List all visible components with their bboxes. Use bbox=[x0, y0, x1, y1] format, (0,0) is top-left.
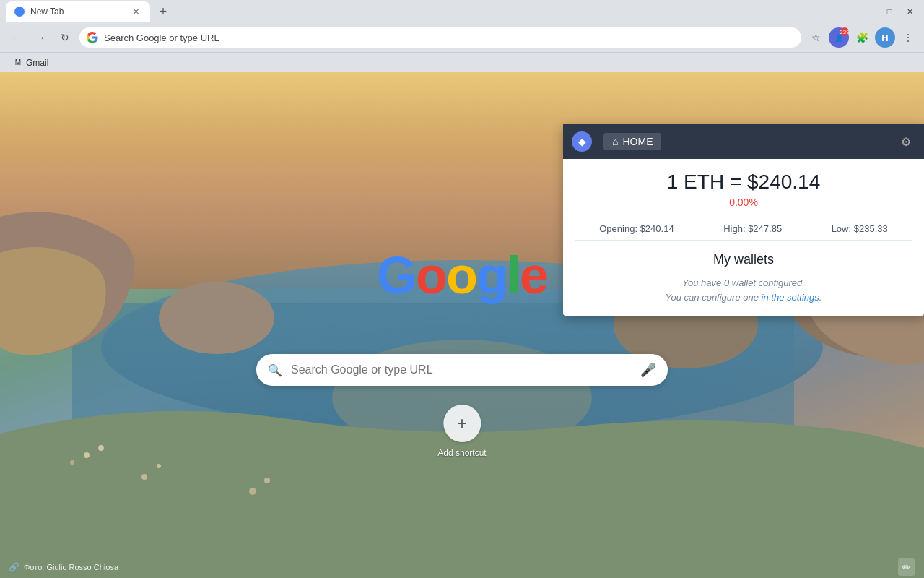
svg-point-3 bbox=[159, 282, 274, 354]
title-bar: New Tab ✕ + ─ □ ✕ bbox=[0, 0, 924, 23]
eth-wallets-period: . bbox=[819, 292, 822, 303]
eth-settings-button[interactable]: ⚙ bbox=[897, 131, 915, 153]
ethereum-logo: ◆ bbox=[572, 131, 592, 152]
google-letter-g: G bbox=[377, 246, 416, 304]
gmail-favicon: M bbox=[13, 58, 23, 68]
eth-low-value: $235.33 bbox=[854, 223, 888, 234]
eth-home-label: HOME bbox=[622, 136, 653, 147]
svg-point-12 bbox=[264, 478, 270, 483]
eth-low-label: Low: bbox=[832, 223, 851, 234]
eth-low-stat: Low: $235.33 bbox=[832, 223, 888, 234]
badge-count: 239 bbox=[840, 27, 849, 36]
back-button[interactable]: ← bbox=[6, 27, 26, 48]
window-controls: ─ □ ✕ bbox=[860, 4, 918, 19]
search-bar[interactable]: 🔍 🎤 bbox=[256, 354, 668, 386]
profile-avatar-button[interactable]: H bbox=[875, 27, 895, 48]
address-bar[interactable]: Search Google or type URL bbox=[79, 27, 801, 48]
close-button[interactable]: ✕ bbox=[901, 4, 918, 19]
google-letter-o2: o bbox=[446, 246, 476, 304]
google-logo-icon bbox=[87, 32, 98, 43]
add-shortcut-circle: + bbox=[443, 405, 481, 442]
eth-high-label: High: bbox=[723, 223, 745, 234]
eth-extension-popup: ◆ ⌂ HOME ⚙ 1 ETH = $240.14 0.00% Opening… bbox=[563, 124, 924, 316]
bookmark-gmail-label: Gmail bbox=[26, 58, 48, 68]
bottom-bar: 🔗 Фото: Giulio Rosso Chiosa ✏ bbox=[0, 556, 924, 578]
add-shortcut-label: Add shortcut bbox=[437, 448, 486, 458]
tab-close-button[interactable]: ✕ bbox=[130, 6, 141, 17]
search-container: 🔍 🎤 bbox=[256, 354, 668, 386]
photo-credit-text: Фото: Giulio Rosso Chiosa bbox=[24, 563, 118, 571]
bookmarks-bar: M Gmail bbox=[0, 52, 924, 72]
eth-popup-body: 1 ETH = $240.14 0.00% Opening: $240.14 H… bbox=[563, 159, 924, 316]
eth-high-stat: High: $247.85 bbox=[723, 223, 782, 234]
search-icon: 🔍 bbox=[268, 363, 282, 377]
eth-wallets-section: My wallets You have 0 wallet configured.… bbox=[575, 252, 912, 304]
shortcuts-area: + Add shortcut bbox=[437, 405, 486, 458]
bookmark-star-button[interactable]: ☆ bbox=[806, 27, 826, 48]
customize-button[interactable]: ✏ bbox=[898, 558, 915, 576]
browser-toolbar: ← → ↻ Search Google or type URL ☆ 👤 239 … bbox=[0, 23, 924, 52]
svg-point-8 bbox=[70, 460, 74, 465]
search-input[interactable] bbox=[291, 363, 632, 376]
eth-high-value: $247.85 bbox=[748, 223, 782, 234]
eth-price-change: 0.00% bbox=[575, 197, 912, 208]
eth-wallets-msg-1: You have 0 wallet configured. bbox=[682, 277, 805, 288]
reload-button[interactable]: ↻ bbox=[55, 27, 75, 48]
eth-settings-link[interactable]: in the settings bbox=[762, 292, 819, 303]
svg-point-11 bbox=[249, 488, 256, 495]
maximize-button[interactable]: □ bbox=[881, 4, 898, 19]
bookmark-gmail[interactable]: M Gmail bbox=[7, 56, 54, 69]
google-letter-l: l bbox=[507, 246, 520, 304]
svg-point-7 bbox=[98, 445, 104, 451]
eth-popup-header: ◆ ⌂ HOME ⚙ bbox=[563, 124, 924, 159]
eth-nav: ⌂ HOME bbox=[603, 133, 661, 150]
eth-price-stats: Opening: $240.14 High: $247.85 Low: $235… bbox=[575, 217, 912, 241]
toolbar-right: ☆ 👤 239 🧩 H ⋮ bbox=[806, 27, 918, 48]
google-logo: Google bbox=[377, 246, 547, 305]
eth-opening-value: $240.14 bbox=[640, 223, 674, 234]
add-shortcut-button[interactable]: + Add shortcut bbox=[437, 405, 486, 458]
forward-button[interactable]: → bbox=[30, 27, 51, 48]
active-tab[interactable]: New Tab ✕ bbox=[6, 1, 150, 22]
main-content: Google 🔍 🎤 + Add shortcut 🔗 Фото: Giulio… bbox=[0, 72, 924, 578]
link-icon: 🔗 bbox=[9, 562, 19, 572]
minimize-button[interactable]: ─ bbox=[860, 4, 878, 19]
svg-point-6 bbox=[84, 452, 90, 458]
home-icon: ⌂ bbox=[612, 136, 618, 147]
new-tab-button[interactable]: + bbox=[153, 1, 173, 22]
svg-point-9 bbox=[141, 474, 147, 480]
google-letter-g2: g bbox=[476, 246, 507, 304]
eth-wallets-title: My wallets bbox=[575, 252, 912, 267]
tab-favicon bbox=[14, 7, 25, 17]
extensions-button[interactable]: 🧩 bbox=[852, 27, 872, 48]
eth-wallets-message: You have 0 wallet configured. You can co… bbox=[575, 276, 912, 304]
extension-badge-button[interactable]: 👤 239 bbox=[829, 27, 849, 48]
eth-wallets-msg-2: You can configure one bbox=[666, 292, 759, 303]
tab-title: New Tab bbox=[30, 7, 124, 17]
google-letter-o1: o bbox=[416, 246, 446, 304]
address-text: Search Google or type URL bbox=[104, 33, 794, 43]
menu-button[interactable]: ⋮ bbox=[898, 27, 918, 48]
eth-price-section: 1 ETH = $240.14 0.00% bbox=[575, 171, 912, 208]
eth-price-display: 1 ETH = $240.14 bbox=[575, 171, 912, 194]
svg-point-10 bbox=[157, 464, 161, 468]
photo-credit-link[interactable]: 🔗 Фото: Giulio Rosso Chiosa bbox=[9, 562, 118, 572]
google-letter-e: e bbox=[520, 246, 547, 304]
eth-opening-stat: Opening: $240.14 bbox=[599, 223, 674, 234]
eth-opening-label: Opening: bbox=[599, 223, 637, 234]
microphone-icon[interactable]: 🎤 bbox=[640, 362, 656, 378]
eth-home-button[interactable]: ⌂ HOME bbox=[603, 133, 661, 150]
